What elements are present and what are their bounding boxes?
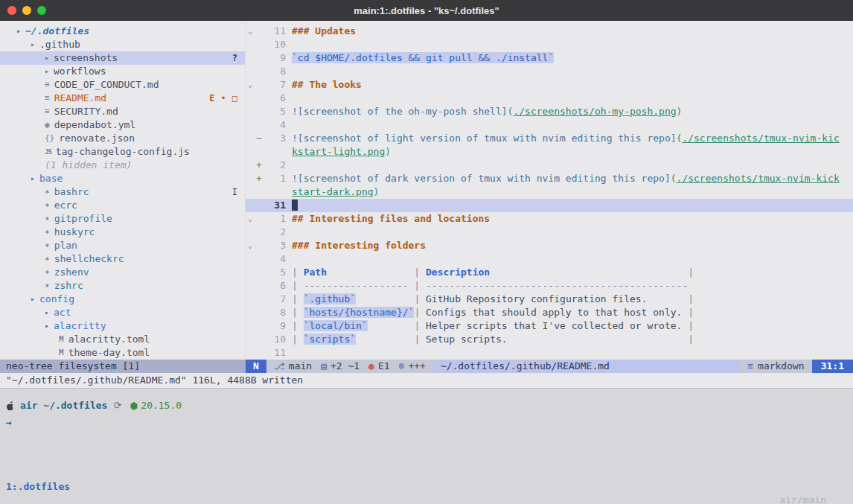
neotree-sidebar: ▸~/.dotfiles▸.github▸screenshots?▸workfl…: [0, 21, 246, 360]
zoom-button[interactable]: [37, 6, 46, 15]
editor-line[interactable]: 10: [246, 38, 853, 51]
tree-item-shellcheckrc[interactable]: ∗shellcheckrc: [0, 252, 245, 266]
editor-line[interactable]: 6: [246, 92, 853, 105]
tmux-pane-shell[interactable]: air ~/.dotfiles ⟳ 20.15.0 → 1:.dotfiles …: [0, 388, 853, 504]
editor-line[interactable]: 4: [246, 118, 853, 132]
editor-line[interactable]: ⌄11### Updates: [246, 25, 853, 38]
tree-item-label: dependabot.yml: [54, 118, 136, 132]
editor-line[interactable]: ~3![screenshot of light version of tmux …: [246, 132, 853, 145]
editor-line[interactable]: +1![screenshot of dark version of tmux w…: [246, 172, 853, 185]
editor-line[interactable]: 31: [246, 199, 853, 212]
line-content: | Path | Description |: [292, 266, 853, 279]
line-number: 4: [263, 118, 286, 132]
editor-buffer[interactable]: ⌄11### Updates109`cd $HOME/.dotfiles && …: [246, 21, 853, 360]
fold-marker: [246, 252, 255, 266]
editor-line[interactable]: 9`cd $HOME/.dotfiles && git pull && ./in…: [246, 51, 853, 65]
text-segment: |: [292, 334, 304, 345]
tree-item-act[interactable]: ▸act: [0, 306, 245, 319]
editor-line[interactable]: +2: [246, 159, 853, 172]
folder-arrow-icon: ▸: [31, 293, 35, 306]
line-number: 9: [263, 51, 286, 65]
tree-item-code-of-conduct-md[interactable]: ≡CODE_OF_CONDUCT.md: [0, 78, 245, 92]
tree-item-renovate-json[interactable]: {}renovate.json: [0, 132, 245, 145]
editor-line[interactable]: ⌄1## Interesting files and locations: [246, 212, 853, 226]
tree-item-label: alacritty: [54, 319, 106, 333]
text-segment: [356, 293, 414, 304]
editor-line[interactable]: 8| `hosts/{hostname}/`| Configs that sho…: [246, 306, 853, 319]
node-version: 20.15.0: [141, 399, 182, 412]
tree-item-dependabot-yml[interactable]: ◉dependabot.yml: [0, 118, 245, 132]
traffic-lights: [7, 0, 46, 21]
line-content: [292, 92, 853, 105]
editor-line[interactable]: 5![screenshot of the oh-my-posh shell](.…: [246, 105, 853, 118]
editor-line[interactable]: 7| `.github` | GitHub Repository configu…: [246, 293, 853, 306]
text-segment: |: [327, 267, 426, 278]
editor-line[interactable]: kstart-light.png): [246, 145, 853, 159]
folder-arrow-icon: ▸: [31, 172, 35, 185]
minimize-button[interactable]: [22, 6, 31, 15]
editor-line[interactable]: start-dark.png): [246, 185, 853, 199]
line-number: 31: [263, 199, 286, 212]
editor-line[interactable]: 2: [246, 226, 853, 239]
tree-item-config[interactable]: ▸config: [0, 293, 245, 306]
close-button[interactable]: [7, 6, 16, 15]
line-number: 2: [263, 159, 286, 172]
tree-item-tag-changelog-config-js[interactable]: JStag-changelog-config.js: [0, 145, 245, 159]
line-content: ![screenshot of the oh-my-posh shell](./…: [292, 105, 853, 118]
mode-indicator: N: [246, 360, 266, 373]
hunks-indicator-label: +++: [408, 360, 425, 373]
tmux-window-item[interactable]: 1:.dotfiles: [6, 480, 70, 494]
editor-line[interactable]: 11: [246, 346, 853, 360]
git-untracked-badge: ?: [232, 51, 237, 65]
tree-item-label: (1 hidden item): [45, 159, 132, 172]
editor-line[interactable]: 4: [246, 252, 853, 266]
fold-marker: [246, 185, 255, 199]
fold-marker: [246, 199, 255, 212]
line-content: [292, 65, 853, 78]
tree-item-github[interactable]: ▸.github: [0, 38, 245, 51]
tree-item-readme-md[interactable]: ≡README.mdE•□: [0, 92, 245, 105]
text-segment: (: [671, 173, 677, 184]
editor-line[interactable]: ⌄7## The looks: [246, 78, 853, 92]
editor-line[interactable]: 10| `scripts` | Setup scripts. |: [246, 333, 853, 346]
tree-item-security-md[interactable]: ≡SECURITY.md: [0, 105, 245, 118]
editor-line[interactable]: ⌄3### Interesting folders: [246, 239, 853, 252]
tree-item-dotfiles[interactable]: ▸~/.dotfiles: [0, 25, 245, 38]
editor-line[interactable]: 8: [246, 65, 853, 78]
fold-marker: [246, 346, 255, 360]
git-sign: [255, 346, 263, 360]
text-segment: |: [414, 320, 426, 331]
git-sign: [255, 38, 263, 51]
git-sign: [255, 92, 263, 105]
titlebar: main:1:.dotfiles - "ks~/.dotfiles": [0, 0, 853, 21]
tree-item-gitprofile[interactable]: ∗gitprofile: [0, 212, 245, 226]
text-segment: |: [682, 307, 694, 318]
tree-item-base[interactable]: ▸base: [0, 172, 245, 185]
tree-item-zshenv[interactable]: ∗zshenv: [0, 266, 245, 279]
tree-item-zshrc[interactable]: ∗zshrc: [0, 279, 245, 293]
tree-item-screenshots[interactable]: ▸screenshots?: [0, 51, 245, 65]
tree-item-ecrc[interactable]: ∗ecrc: [0, 199, 245, 212]
git-sign: [255, 78, 263, 92]
tree-item-theme-day-toml[interactable]: Mtheme-day.toml: [0, 346, 245, 360]
tree-item-huskyrc[interactable]: ∗huskyrc: [0, 226, 245, 239]
git-diff: ▤+2 ~1: [321, 360, 360, 373]
line-number: 11: [263, 25, 286, 38]
fold-marker: [246, 226, 255, 239]
tree-item-bashrc[interactable]: ∗bashrcI: [0, 185, 245, 199]
tree-item-alacritty[interactable]: ▸alacritty: [0, 319, 245, 333]
tree-item-alacritty-toml[interactable]: Malacritty.toml: [0, 333, 245, 346]
tree-item-badges: E•□: [209, 92, 245, 105]
tree-item-label: screenshots: [54, 51, 118, 65]
text-segment: ![screenshot of the oh-my-posh shell]: [292, 106, 508, 117]
editor-line[interactable]: 9| `local/bin` | Helper scripts that I'v…: [246, 319, 853, 333]
toml-file-icon: M: [59, 346, 64, 360]
tree-item-1-hidden-item[interactable]: (1 hidden item): [0, 159, 245, 172]
editor-line[interactable]: 6| ------------------ | ----------------…: [246, 279, 853, 293]
tree-item-label: .github: [39, 38, 80, 51]
editor-line[interactable]: 5| Path | Description |: [246, 266, 853, 279]
tree-item-plan[interactable]: ∗plan: [0, 239, 245, 252]
shell-file-icon: ∗: [45, 199, 50, 212]
tree-item-workflows[interactable]: ▸workflows: [0, 65, 245, 78]
text-segment: kstart-light.png: [292, 146, 385, 157]
